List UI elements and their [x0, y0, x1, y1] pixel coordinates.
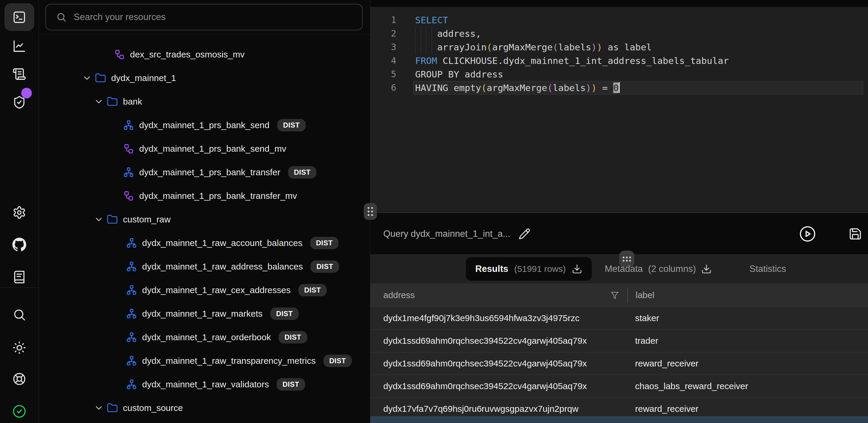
tab-metadata[interactable]: Metadata (2 columns) [605, 254, 712, 283]
results-table-header: address label [370, 283, 868, 307]
tree-item-dydx_mainnet_1_prs_bank_send[interactable]: dydx_mainnet_1_prs_bank_sendDIST [39, 113, 370, 137]
settings-icon[interactable] [12, 206, 26, 220]
edit-query-name-icon[interactable] [519, 228, 530, 240]
docs-icon[interactable] [12, 270, 26, 284]
tree-item-dydx_mainnet_1_prs_bank_transfer_mv[interactable]: dydx_mainnet_1_prs_bank_transfer_mv [39, 184, 370, 208]
distributed-table-icon [123, 120, 134, 131]
tree-item-label: dydx_mainnet_1_raw_validators [142, 380, 269, 389]
tree-item-custom_source[interactable]: custom_source [39, 396, 370, 420]
notification-dot [21, 88, 32, 98]
charts-icon[interactable] [12, 39, 26, 53]
column-header-address: address [370, 290, 627, 300]
code-line-5: 5GROUP BY address [370, 67, 868, 81]
tree-item-dydx_mainnet_1_raw_transparency_metrics[interactable]: dydx_mainnet_1_raw_transparency_metricsD… [39, 349, 370, 372]
tree-item-label: dydx_mainnet_1_prs_bank_send [139, 120, 270, 130]
dist-badge: DIST [323, 355, 352, 367]
tree-item-dydx_mainnet_1_raw_validators[interactable]: dydx_mainnet_1_raw_validatorsDIST [39, 372, 370, 396]
scripts-icon[interactable] [12, 67, 26, 81]
address-header-label: address [383, 290, 415, 300]
query-title: Query dydx_mainnet_1_int_a... [383, 229, 510, 239]
line-number: 3 [370, 40, 396, 54]
help-icon[interactable] [12, 372, 26, 386]
icon-rail [0, 0, 39, 423]
chevron-down-icon[interactable] [94, 215, 104, 224]
dist-badge: DIST [310, 260, 339, 273]
editor-top-strip [370, 0, 868, 7]
table-row[interactable]: dydx1ssd69ahm0rqchsec394522cv4garwj405aq… [370, 375, 868, 398]
folder-icon [107, 214, 118, 225]
sql-editor[interactable]: 1SELECT2address,3arrayJoin(argMaxMerge(l… [370, 7, 868, 213]
tree-item-label: dydx_mainnet_1 [111, 73, 176, 83]
label-cell: chaos_labs_reward_receiver [627, 381, 868, 391]
download-results-icon[interactable] [572, 264, 582, 274]
query-bar: Query dydx_mainnet_1_int_a... [370, 214, 868, 254]
folder-icon [107, 402, 118, 414]
tree-item-dydx_mainnet_1_raw_address_balances[interactable]: dydx_mainnet_1_raw_address_balancesDIST [39, 255, 370, 279]
code-lines: 1SELECT2address,3arrayJoin(argMaxMerge(l… [370, 13, 868, 95]
tree-item-bank[interactable]: bank [39, 90, 370, 113]
app-window: dex_src_trades_osmosis_mvdydx_mainnet_1b… [0, 0, 868, 423]
column-header-label: label [627, 288, 868, 303]
code-line-4: 4FROM CLICKHOUSE.dydx_mainnet_1_int_addr… [370, 54, 868, 67]
rail-divider [0, 288, 39, 288]
results-table-body: dydx1me4fgf90j7k3e9h3us6594hfwa3zv3j4975… [370, 307, 868, 420]
resource-tree: dex_src_trades_osmosis_mvdydx_mainnet_1b… [39, 0, 370, 423]
table-row-partial-selected[interactable] [370, 416, 868, 423]
search-icon[interactable] [12, 308, 26, 322]
tab-results[interactable]: Results (51991 rows) [466, 257, 592, 281]
folder-icon [107, 96, 118, 107]
save-query-button[interactable] [848, 227, 862, 241]
tree-item-dydx_mainnet_1_raw_cex_addresses[interactable]: dydx_mainnet_1_raw_cex_addressesDIST [39, 279, 370, 302]
resource-sidebar: dex_src_trades_osmosis_mvdydx_mainnet_1b… [39, 0, 370, 423]
tree-item-dydx_mainnet_1_raw_markets[interactable]: dydx_mainnet_1_raw_marketsDIST [39, 302, 370, 325]
chevron-down-icon[interactable] [94, 97, 104, 107]
tree-item-dydx_mainnet_1_prs_bank_transfer[interactable]: dydx_mainnet_1_prs_bank_transferDIST [39, 161, 370, 184]
line-number: 5 [370, 67, 396, 81]
address-cell: dydx1ssd69ahm0rqchsec394522cv4garwj405aq… [370, 381, 627, 391]
tree-item-label: dex_src_trades_osmosis_mv [130, 50, 245, 60]
address-cell: dydx1me4fgf90j7k3e9h3us6594hfwa3zv3j4975… [370, 313, 627, 323]
tree-item-label: dydx_mainnet_1_raw_markets [142, 309, 263, 319]
code-line-1: 1SELECT [370, 13, 868, 27]
filter-icon[interactable] [610, 291, 619, 300]
panel-resize-handle[interactable] [364, 203, 377, 220]
distributed-table-icon [126, 237, 137, 249]
line-number: 1 [370, 13, 396, 27]
github-icon[interactable] [12, 238, 26, 252]
text-caret [619, 82, 620, 93]
dist-badge: DIST [288, 166, 317, 178]
status-ok-icon[interactable] [12, 404, 26, 418]
label-cell: reward_receiver [627, 358, 868, 368]
tree-item-dex_src_trades_osmosis_mv[interactable]: dex_src_trades_osmosis_mv [39, 43, 370, 66]
code-line-2: 2address, [370, 27, 868, 40]
run-query-button[interactable] [799, 225, 816, 242]
chevron-down-icon[interactable] [82, 73, 92, 83]
tree-item-label: custom_raw [123, 215, 171, 224]
tree-item-custom_raw[interactable]: custom_raw [39, 208, 370, 231]
distributed-table-icon [123, 167, 134, 178]
tree-item-label: dydx_mainnet_1_raw_orderbook [142, 332, 271, 342]
dist-badge: DIST [277, 119, 306, 131]
tree-item-dydx_mainnet_1_prs_bank_send_mv[interactable]: dydx_mainnet_1_prs_bank_send_mv [39, 137, 370, 161]
chevron-down-icon[interactable] [94, 403, 104, 413]
materialized-view-icon [123, 143, 134, 154]
terminal-icon[interactable] [12, 10, 26, 24]
line-number: 4 [370, 54, 396, 67]
table-row[interactable]: dydx1ssd69ahm0rqchsec394522cv4garwj405aq… [370, 330, 868, 352]
table-row[interactable]: dydx1ssd69ahm0rqchsec394522cv4garwj405aq… [370, 352, 868, 375]
tree-item-dydx_mainnet_1_raw_account_balances[interactable]: dydx_mainnet_1_raw_account_balancesDIST [39, 231, 370, 255]
table-row[interactable]: dydx1me4fgf90j7k3e9h3us6594hfwa3zv3j4975… [370, 307, 868, 330]
distributed-table-icon [126, 332, 137, 343]
tree-item-dydx_mainnet_1_raw_orderbook[interactable]: dydx_mainnet_1_raw_orderbookDIST [39, 325, 370, 349]
address-cell: dydx17vfa7v7q69hsj0ru6ruvwgsgpazvx7ujn2p… [370, 404, 627, 414]
tree-item-label: dydx_mainnet_1_raw_account_balances [142, 238, 303, 248]
label-cell: reward_receiver [627, 404, 868, 414]
folder-icon [95, 72, 106, 84]
tree-item-dydx_mainnet_1[interactable]: dydx_mainnet_1 [39, 66, 370, 90]
metadata-tab-label: Metadata [605, 264, 643, 274]
theme-icon[interactable] [12, 341, 26, 355]
materialized-view-icon [123, 190, 134, 201]
line-number: 2 [370, 27, 396, 40]
tab-statistics[interactable]: Statistics [749, 254, 786, 283]
download-metadata-icon[interactable] [701, 264, 712, 274]
